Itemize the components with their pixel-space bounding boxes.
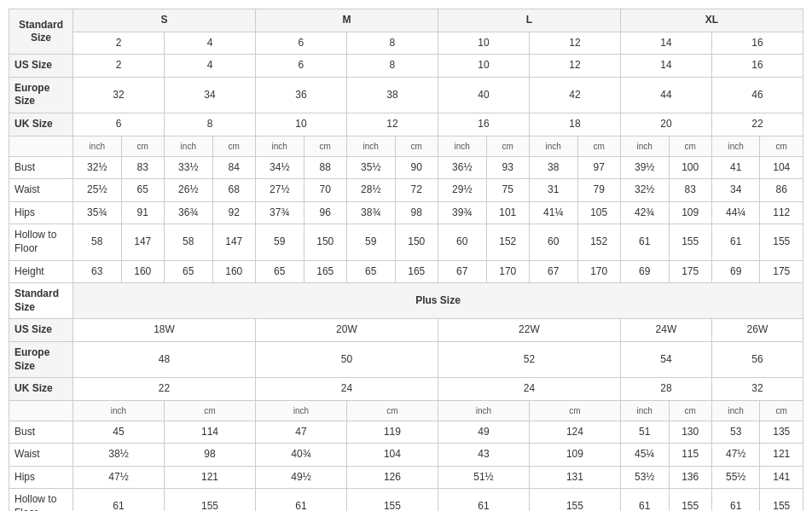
- hips-1: 35¾: [73, 201, 122, 224]
- height-3: 65: [164, 260, 212, 283]
- unit-cm-8: cm: [760, 136, 803, 156]
- height-4: 160: [212, 260, 255, 283]
- height-13: 69: [620, 260, 669, 283]
- uk-6: 6: [73, 113, 165, 136]
- eu-46: 46: [711, 77, 803, 113]
- unit-inch-8: inch: [711, 136, 760, 156]
- plus-htf-label: Hollow to Floor: [9, 489, 73, 511]
- unit-cm-2: cm: [212, 136, 255, 156]
- hips-3: 36¾: [164, 201, 212, 224]
- unit-cm-1: cm: [121, 136, 164, 156]
- plus-unit-cm-3: cm: [529, 400, 620, 421]
- xl-header: XL: [620, 9, 803, 32]
- bust-8: 90: [395, 156, 438, 179]
- htf-1: 58: [73, 224, 122, 260]
- us-6: 6: [255, 55, 346, 78]
- unit-cm-3: cm: [304, 136, 346, 156]
- waist-2: 65: [121, 179, 164, 202]
- waist-16: 86: [760, 179, 803, 202]
- plus-bust-8: 130: [669, 421, 711, 444]
- plus-size-header: Plus Size: [73, 283, 803, 319]
- plus-waist-6: 109: [529, 444, 620, 467]
- us-size-10: 10: [438, 32, 529, 55]
- uk-12: 12: [346, 113, 438, 136]
- plus-hips-9: 55½: [711, 466, 760, 489]
- bust-13: 39½: [620, 156, 669, 179]
- htf-2: 147: [121, 224, 164, 260]
- bust-11: 38: [529, 156, 577, 179]
- us-size-label: US Size: [9, 55, 73, 78]
- waist-5: 27½: [255, 179, 304, 202]
- waist-15: 34: [711, 179, 760, 202]
- plus-htf-9: 61: [711, 489, 760, 511]
- uk-8: 8: [164, 113, 255, 136]
- plus-hips-6: 131: [529, 466, 620, 489]
- plus-unit-cm-4: cm: [669, 400, 711, 421]
- us-size-4: 4: [164, 32, 255, 55]
- htf-7: 59: [346, 224, 395, 260]
- plus-eu-54: 54: [620, 341, 711, 377]
- m-header: M: [255, 9, 438, 32]
- plus-unit-cm-1: cm: [164, 400, 255, 421]
- plus-waist-4: 104: [346, 444, 438, 467]
- unit-label: [9, 136, 73, 156]
- plus-eu-48: 48: [73, 341, 256, 377]
- unit-cm-5: cm: [486, 136, 529, 156]
- eu-40: 40: [438, 77, 529, 113]
- standard-size-label-2: Standard Size: [9, 283, 73, 319]
- height-6: 165: [304, 260, 346, 283]
- htf-11: 60: [529, 224, 577, 260]
- unit-inch-6: inch: [529, 136, 577, 156]
- plus-waist-10: 121: [760, 444, 803, 467]
- plus-unit-cm-5: cm: [760, 400, 803, 421]
- plus-unit-inch-3: inch: [438, 400, 529, 421]
- plus-eu-52: 52: [438, 341, 620, 377]
- plus-hips-5: 51½: [438, 466, 529, 489]
- plus-uk-28: 28: [620, 378, 711, 401]
- plus-hips-1: 47½: [73, 466, 165, 489]
- bust-4: 84: [212, 156, 255, 179]
- us-14: 14: [620, 55, 711, 78]
- htf-8: 150: [395, 224, 438, 260]
- plus-unit-label: [9, 400, 73, 421]
- waist-8: 72: [395, 179, 438, 202]
- hips-7: 38¾: [346, 201, 395, 224]
- bust-1: 32½: [73, 156, 122, 179]
- eu-36: 36: [255, 77, 346, 113]
- eu-34: 34: [164, 77, 255, 113]
- us-10: 10: [438, 55, 529, 78]
- l-header: L: [438, 9, 620, 32]
- plus-uk-size-label: UK Size: [9, 378, 73, 401]
- plus-htf-7: 61: [620, 489, 669, 511]
- plus-unit-inch-5: inch: [711, 400, 760, 421]
- plus-unit-cm-2: cm: [346, 400, 438, 421]
- htf-14: 155: [669, 224, 711, 260]
- plus-bust-label: Bust: [9, 421, 73, 444]
- eu-38: 38: [346, 77, 438, 113]
- hips-11: 41¼: [529, 201, 577, 224]
- standard-size-header: Standard Size: [9, 9, 73, 55]
- hips-6: 96: [304, 201, 346, 224]
- height-8: 165: [395, 260, 438, 283]
- plus-hips-7: 53½: [620, 466, 669, 489]
- us-size-8: 8: [346, 32, 438, 55]
- standard-size-table: Standard Size S M L XL 2 4 6 8 10 12 14 …: [9, 9, 803, 511]
- uk-10: 10: [255, 113, 346, 136]
- waist-6: 70: [304, 179, 346, 202]
- bust-6: 88: [304, 156, 346, 179]
- hips-5: 37¾: [255, 201, 304, 224]
- hips-2: 91: [121, 201, 164, 224]
- hips-15: 44¼: [711, 201, 760, 224]
- plus-waist-label: Waist: [9, 444, 73, 467]
- hips-label: Hips: [9, 201, 73, 224]
- us-8: 8: [346, 55, 438, 78]
- htf-13: 61: [620, 224, 669, 260]
- hollow-to-floor-label: Hollow to Floor: [9, 224, 73, 260]
- plus-bust-6: 124: [529, 421, 620, 444]
- bust-label: Bust: [9, 156, 73, 179]
- bust-16: 104: [760, 156, 803, 179]
- unit-inch-1: inch: [73, 136, 122, 156]
- plus-bust-10: 135: [760, 421, 803, 444]
- plus-bust-9: 53: [711, 421, 760, 444]
- plus-eu-56: 56: [711, 341, 803, 377]
